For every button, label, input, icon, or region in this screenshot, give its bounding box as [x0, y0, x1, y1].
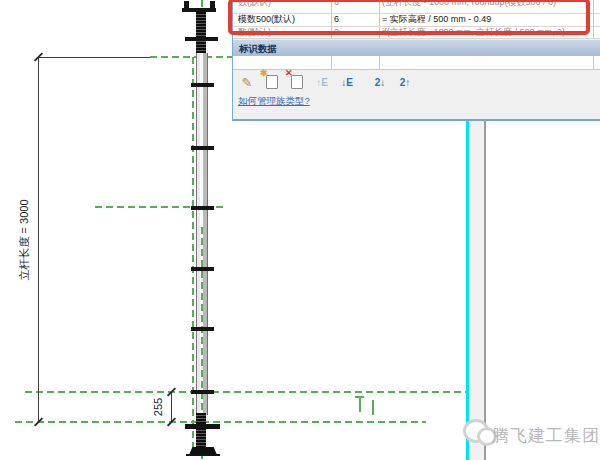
wall-fill — [469, 121, 484, 460]
bottom-screw-jack — [196, 413, 206, 448]
red-highlight-box — [228, 0, 590, 35]
dimension-line-vertical — [171, 392, 172, 422]
pole-coupler — [191, 83, 214, 87]
u-head-arm-right — [210, 1, 215, 12]
sort-descending-icon: 2↑ — [400, 77, 411, 88]
top-screw-jack — [196, 12, 206, 54]
new-parameter-button[interactable]: ✱ — [264, 74, 280, 90]
reference-plane-bottom[interactable] — [15, 421, 426, 423]
pole-coupler — [191, 390, 214, 394]
group-header-identity-data: 标识数据 — [233, 39, 600, 56]
dimension-label-pole-length: 立杆长度 = 3000 — [17, 199, 32, 280]
delete-parameter-button[interactable]: ✕ — [289, 74, 305, 90]
pencil-icon: ✎ — [242, 75, 253, 90]
watermark-text: 腾飞建工集团 — [492, 424, 600, 447]
pole-coupler — [191, 327, 214, 331]
edit-parameter-button[interactable]: ✎ — [239, 74, 255, 90]
reference-plane-vertical-left[interactable] — [192, 57, 194, 456]
base-plate-foot — [186, 454, 220, 456]
dimension-extension-top — [38, 57, 150, 58]
move-parameter-down-button[interactable]: ↓E — [339, 74, 355, 90]
pole-coupler — [191, 146, 214, 150]
new-badge-icon: ✱ — [260, 68, 268, 78]
table-gridline — [379, 56, 380, 69]
table-gridline — [331, 56, 332, 69]
parameter-toolbar: ✎ ✱ ✕ ↑E ↓E 2↓ 2↑ — [239, 73, 413, 91]
delete-document-icon — [291, 75, 303, 89]
table-gridline — [593, 56, 594, 69]
move-up-icon: ↑E — [316, 77, 328, 88]
pole-centerline — [201, 227, 203, 415]
wall-right-edge — [484, 121, 486, 460]
bottom-wing-nut — [185, 424, 220, 429]
u-head-arm-left — [184, 1, 189, 12]
sort-descending-button[interactable]: 2↑ — [397, 74, 413, 90]
reference-end-mark-stem — [359, 396, 361, 412]
dimension-label-255: 255 — [152, 398, 164, 416]
move-down-icon: ↓E — [341, 77, 353, 88]
top-wing-nut — [185, 37, 218, 41]
reference-end-mark-2 — [372, 400, 374, 415]
move-parameter-up-button[interactable]: ↑E — [314, 74, 330, 90]
reference-plane-lower[interactable] — [25, 391, 467, 393]
dimension-line-vertical — [38, 57, 39, 422]
pole-coupler — [191, 206, 214, 210]
delete-badge-icon: ✕ — [285, 68, 293, 78]
manage-family-types-help-link[interactable]: 如何管理族类型? — [238, 95, 310, 108]
sort-ascending-button[interactable]: 2↓ — [372, 74, 388, 90]
revit-family-editor-view: 立杆长度 = 3000 255 腾飞建工集团 — [0, 0, 600, 460]
pole-coupler — [191, 267, 214, 271]
sort-ascending-icon: 2↓ — [375, 77, 386, 88]
